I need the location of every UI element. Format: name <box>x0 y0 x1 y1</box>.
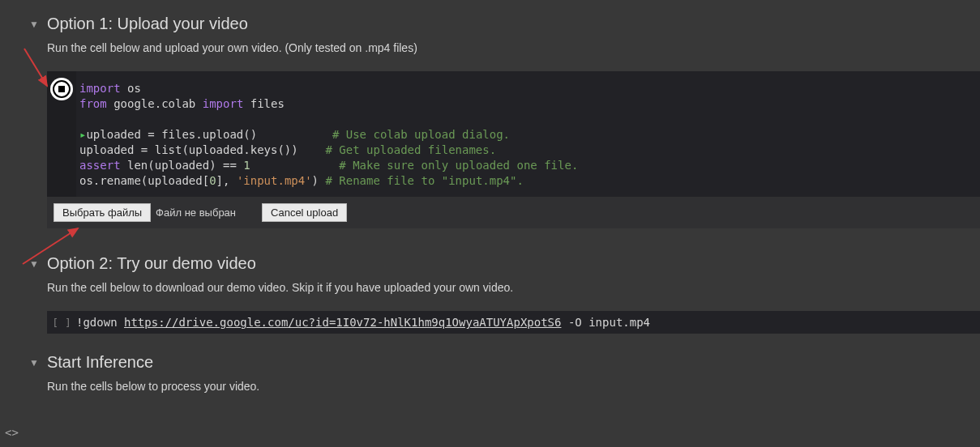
code-editor-1[interactable]: import os from google.colab import files… <box>76 71 980 197</box>
cancel-upload-button[interactable]: Cancel upload <box>262 203 347 222</box>
collapse-icon[interactable]: ▼ <box>29 258 39 270</box>
choose-files-button[interactable]: Выбрать файлы <box>53 203 151 222</box>
cell-gutter <box>47 71 76 197</box>
section-header-3: ▼ Start Inference <box>29 353 980 372</box>
upload-output-bar: Выбрать файлы Файл не выбран Cancel uplo… <box>47 197 980 228</box>
section-desc-3: Run the cells below to process your vide… <box>47 378 980 395</box>
section-header-2: ▼ Option 2: Try our demo video <box>29 254 980 273</box>
section-title-2: Option 2: Try our demo video <box>47 254 256 273</box>
section-desc-1: Run the cell below and upload your own v… <box>47 40 980 57</box>
code-cell-2[interactable]: [ ] !gdown https://drive.google.com/uc?i… <box>47 311 980 334</box>
code-cell-1[interactable]: import os from google.colab import files… <box>47 71 980 197</box>
section-title-1: Option 1: Upload your video <box>47 15 248 33</box>
stop-button[interactable] <box>50 78 73 100</box>
code-icon[interactable]: <> <box>5 426 19 439</box>
section-desc-2: Run the cell below to download our demo … <box>47 279 980 296</box>
collapse-icon[interactable]: ▼ <box>29 19 39 30</box>
code-editor-2[interactable]: !gdown https://drive.google.com/uc?id=1I… <box>76 316 650 329</box>
section-header-1: ▼ Option 1: Upload your video <box>29 15 980 33</box>
section-title-3: Start Inference <box>47 353 153 372</box>
file-status-text: Файл не выбран <box>156 206 236 219</box>
execution-count: [ ] <box>47 317 76 329</box>
collapse-icon[interactable]: ▼ <box>29 357 39 368</box>
